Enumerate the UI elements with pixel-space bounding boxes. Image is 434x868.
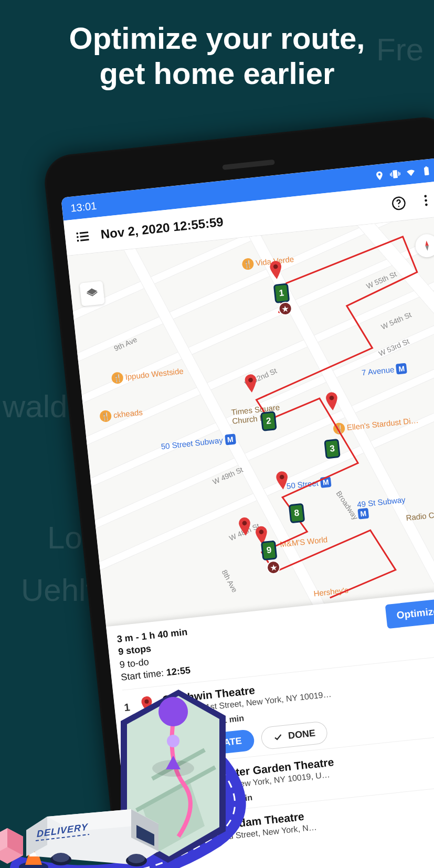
poi-shop: Hershey's bbox=[313, 586, 349, 598]
svg-point-9 bbox=[425, 199, 427, 202]
compass-button[interactable] bbox=[414, 233, 434, 258]
optimize-route-button[interactable]: Optimize route bbox=[385, 595, 434, 629]
map-pin-icon bbox=[148, 774, 165, 797]
poi-venue: Radio City bbox=[406, 510, 434, 522]
street-label: Broadway bbox=[335, 490, 360, 522]
street-label: W 53rd St bbox=[377, 337, 410, 358]
wifi-icon bbox=[405, 167, 417, 178]
menu-list-button[interactable] bbox=[72, 227, 92, 246]
svg-point-10 bbox=[425, 203, 428, 206]
route-summary: 3 m - 1 h 40 min 9 stops 9 to-do Start t… bbox=[116, 626, 192, 684]
svg-line-1 bbox=[80, 232, 88, 233]
status-time: 13:01 bbox=[70, 199, 97, 214]
app-screen: 13:01 Nov 2, 2020 12:55:59 bbox=[61, 158, 434, 868]
done-button[interactable]: DONE bbox=[260, 721, 329, 750]
phone-speaker bbox=[222, 160, 274, 170]
stop-number: 1 bbox=[123, 697, 134, 714]
location-icon bbox=[374, 170, 385, 182]
svg-line-5 bbox=[80, 239, 89, 240]
stop-marker[interactable]: 8 bbox=[289, 503, 305, 524]
street-label: W 54th St bbox=[380, 310, 413, 331]
map-layers-button[interactable] bbox=[79, 281, 104, 306]
map-pin-icon bbox=[268, 260, 284, 281]
map-pin-icon bbox=[153, 824, 170, 847]
battery-icon bbox=[421, 165, 432, 177]
map-pin-icon bbox=[140, 694, 156, 717]
map-pin-icon bbox=[324, 391, 340, 413]
vibrate-icon bbox=[389, 168, 401, 180]
svg-point-8 bbox=[424, 195, 427, 197]
stop-number: 4 bbox=[137, 827, 148, 844]
stop-marker[interactable]: 2 bbox=[260, 411, 277, 431]
stop-number: 2 bbox=[131, 776, 142, 793]
end-marker: ★ bbox=[266, 560, 281, 575]
svg-point-2 bbox=[77, 236, 79, 238]
svg-line-3 bbox=[80, 236, 88, 237]
street-label: 8th Ave bbox=[220, 568, 239, 594]
navigate-button[interactable]: NAVIGATE bbox=[166, 729, 256, 759]
svg-point-0 bbox=[76, 232, 78, 234]
map-view[interactable]: 9th Ave W 55th St W 54th St W 53rd St W … bbox=[67, 216, 434, 632]
help-button[interactable] bbox=[389, 193, 408, 213]
bottom-sheet: 3 m - 1 h 40 min 9 stops 9 to-do Start t… bbox=[106, 587, 434, 868]
stop-marker[interactable]: 1 bbox=[273, 283, 290, 303]
map-pin-icon bbox=[237, 516, 253, 538]
promo-headline: Optimize your route, get home earlier bbox=[0, 21, 434, 91]
map-pin-icon bbox=[274, 470, 290, 492]
svg-point-4 bbox=[77, 239, 79, 241]
stop-marker[interactable]: 3 bbox=[324, 439, 341, 459]
svg-point-7 bbox=[398, 205, 400, 207]
poi-subway: 7 Avenue M bbox=[361, 363, 407, 378]
more-button[interactable] bbox=[416, 190, 434, 210]
map-pin-icon bbox=[243, 373, 259, 395]
stop-marker[interactable]: 9 bbox=[261, 541, 278, 561]
